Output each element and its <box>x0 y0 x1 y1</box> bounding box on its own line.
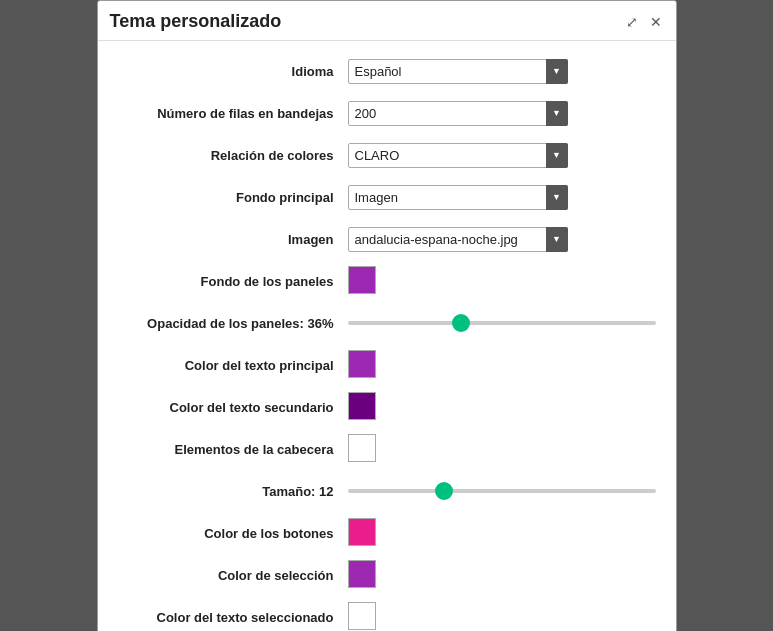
colores-select-wrapper: CLARO OSCURO <box>348 143 568 168</box>
close-icon-button[interactable]: ✕ <box>648 14 664 30</box>
tamano-slider[interactable] <box>348 489 656 493</box>
filas-label: Número de filas en bandejas <box>118 106 348 121</box>
color-texto-secundario-swatch[interactable] <box>348 392 376 420</box>
fondo-principal-label: Fondo principal <box>118 190 348 205</box>
color-botones-swatch[interactable] <box>348 518 376 546</box>
fondo-paneles-label: Fondo de los paneles <box>118 274 348 289</box>
title-icons: ⤢ ✕ <box>624 14 664 30</box>
fondo-principal-row: Fondo principal Imagen Color <box>118 181 656 213</box>
idioma-select-wrapper: Español English Français <box>348 59 568 84</box>
color-texto-secundario-row: Color del texto secundario <box>118 391 656 423</box>
color-botones-row: Color de los botones <box>118 517 656 549</box>
color-texto-principal-swatch[interactable] <box>348 350 376 378</box>
filas-select[interactable]: 100 200 500 <box>348 101 568 126</box>
elementos-cabecera-control <box>348 434 656 465</box>
dialog-title-bar: Tema personalizado ⤢ ✕ <box>98 1 676 41</box>
color-texto-seleccionado-swatch[interactable] <box>348 602 376 630</box>
idioma-label: Idioma <box>118 64 348 79</box>
idioma-select[interactable]: Español English Français <box>348 59 568 84</box>
fondo-paneles-swatch[interactable] <box>348 266 376 294</box>
color-texto-seleccionado-row: Color del texto seleccionado <box>118 601 656 631</box>
external-icon-button[interactable]: ⤢ <box>624 14 640 30</box>
fondo-paneles-row: Fondo de los paneles <box>118 265 656 297</box>
color-botones-control <box>348 518 656 549</box>
imagen-select-wrapper: andalucia-espana-noche.jpg <box>348 227 568 252</box>
color-texto-secundario-control <box>348 392 656 423</box>
fondo-principal-control: Imagen Color <box>348 185 656 210</box>
tamano-row: Tamaño: 12 <box>118 475 656 507</box>
color-texto-secundario-label: Color del texto secundario <box>118 400 348 415</box>
fondo-paneles-control <box>348 266 656 297</box>
imagen-control: andalucia-espana-noche.jpg <box>348 227 656 252</box>
imagen-select[interactable]: andalucia-espana-noche.jpg <box>348 227 568 252</box>
dialog-body: Idioma Español English Français Número d… <box>98 41 676 631</box>
color-seleccion-control <box>348 560 656 591</box>
color-botones-label: Color de los botones <box>118 526 348 541</box>
idioma-row: Idioma Español English Français <box>118 55 656 87</box>
tamano-control <box>348 489 656 493</box>
elementos-cabecera-row: Elementos de la cabecera <box>118 433 656 465</box>
color-seleccion-label: Color de selección <box>118 568 348 583</box>
opacidad-slider[interactable] <box>348 321 656 325</box>
imagen-row: Imagen andalucia-espana-noche.jpg <box>118 223 656 255</box>
colores-row: Relación de colores CLARO OSCURO <box>118 139 656 171</box>
idioma-control: Español English Français <box>348 59 656 84</box>
opacidad-row: Opacidad de los paneles: 36% <box>118 307 656 339</box>
dialog-title: Tema personalizado <box>110 11 282 32</box>
color-texto-principal-row: Color del texto principal <box>118 349 656 381</box>
fondo-principal-select-wrapper: Imagen Color <box>348 185 568 210</box>
color-texto-seleccionado-label: Color del texto seleccionado <box>118 610 348 625</box>
color-seleccion-swatch[interactable] <box>348 560 376 588</box>
colores-select[interactable]: CLARO OSCURO <box>348 143 568 168</box>
custom-theme-dialog: Tema personalizado ⤢ ✕ Idioma Español En… <box>97 0 677 631</box>
color-texto-seleccionado-control <box>348 602 656 632</box>
filas-control: 100 200 500 <box>348 101 656 126</box>
colores-label: Relación de colores <box>118 148 348 163</box>
elementos-cabecera-swatch[interactable] <box>348 434 376 462</box>
filas-select-wrapper: 100 200 500 <box>348 101 568 126</box>
fondo-principal-select[interactable]: Imagen Color <box>348 185 568 210</box>
filas-row: Número de filas en bandejas 100 200 500 <box>118 97 656 129</box>
opacidad-label: Opacidad de los paneles: 36% <box>118 316 348 331</box>
color-texto-principal-control <box>348 350 656 381</box>
elementos-cabecera-label: Elementos de la cabecera <box>118 442 348 457</box>
opacidad-control <box>348 321 656 325</box>
colores-control: CLARO OSCURO <box>348 143 656 168</box>
color-seleccion-row: Color de selección <box>118 559 656 591</box>
color-texto-principal-label: Color del texto principal <box>118 358 348 373</box>
imagen-label: Imagen <box>118 232 348 247</box>
tamano-label: Tamaño: 12 <box>118 484 348 499</box>
